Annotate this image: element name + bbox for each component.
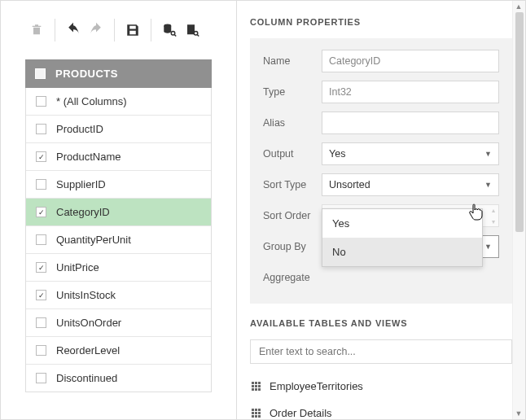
- column-checkbox[interactable]: ✓: [36, 290, 46, 300]
- chevron-down-icon: ▼: [484, 150, 492, 158]
- column-label: ReorderLevel: [56, 344, 120, 357]
- svg-rect-7: [255, 385, 257, 387]
- label-sorttype: Sort Type: [263, 179, 322, 190]
- svg-rect-15: [252, 412, 254, 414]
- svg-rect-3: [252, 382, 254, 384]
- column-item[interactable]: * (All Columns): [26, 88, 211, 116]
- column-label: ProductID: [56, 123, 103, 135]
- column-checkbox[interactable]: [36, 96, 46, 107]
- query-search-icon[interactable]: [181, 17, 204, 43]
- table-label: EmployeeTerritories: [270, 380, 363, 392]
- table-header[interactable]: PRODUCTS: [25, 59, 212, 88]
- save-icon[interactable]: [121, 17, 144, 43]
- label-type: Type: [263, 86, 322, 98]
- column-checkbox[interactable]: [36, 345, 46, 356]
- svg-rect-20: [258, 415, 261, 418]
- label-aggregate: Aggregate: [263, 272, 322, 283]
- separator: [151, 19, 151, 42]
- svg-rect-17: [258, 412, 261, 414]
- section-title-properties: COLUMN PROPERTIES: [250, 17, 512, 27]
- table-label: Order Details: [270, 407, 332, 419]
- output-select[interactable]: Yes ▼: [322, 142, 499, 165]
- scrollbar[interactable]: ▲ ▼: [512, 1, 525, 419]
- svg-rect-6: [252, 385, 254, 387]
- table-item[interactable]: EmployeeTerritories: [250, 375, 512, 402]
- svg-rect-16: [255, 412, 257, 414]
- svg-rect-14: [258, 409, 261, 411]
- column-checkbox[interactable]: [36, 179, 46, 190]
- available-tables: EmployeeTerritoriesOrder DetailsOrders: [250, 339, 512, 420]
- column-checkbox[interactable]: [36, 124, 46, 134]
- column-label: UnitPrice: [56, 261, 99, 273]
- scroll-up-icon[interactable]: ▲: [515, 2, 523, 11]
- column-checkbox[interactable]: ✓: [36, 151, 46, 162]
- separator: [114, 19, 115, 42]
- db-search-icon[interactable]: [158, 17, 181, 43]
- svg-rect-5: [258, 382, 261, 384]
- app-window: PRODUCTS * (All Columns)ProductID✓Produc…: [0, 0, 526, 420]
- column-item[interactable]: ✓CategoryID: [26, 199, 211, 226]
- svg-rect-8: [258, 385, 261, 387]
- column-label: CategoryID: [56, 206, 110, 218]
- column-label: SupplierID: [56, 178, 106, 190]
- column-checkbox[interactable]: [36, 373, 46, 383]
- select-all-checkbox[interactable]: [35, 68, 46, 79]
- chevron-down-icon: ▼: [484, 243, 492, 251]
- scroll-down-icon[interactable]: ▼: [515, 409, 523, 418]
- column-item[interactable]: ✓UnitPrice: [26, 254, 211, 282]
- toolbar: [25, 17, 212, 43]
- svg-rect-4: [255, 382, 257, 384]
- svg-rect-11: [258, 388, 261, 391]
- svg-rect-19: [255, 415, 257, 418]
- separator: [55, 19, 55, 42]
- label-groupby: Group By: [263, 241, 322, 252]
- label-output: Output: [263, 148, 322, 160]
- svg-rect-9: [252, 388, 254, 391]
- column-item[interactable]: ✓UnitsInStock: [26, 282, 211, 309]
- type-field: [322, 81, 499, 103]
- left-panel: PRODUCTS * (All Columns)ProductID✓Produc…: [1, 1, 237, 419]
- sorttype-value: Unsorted: [329, 179, 370, 190]
- groupby-dropdown: YesNo: [322, 208, 483, 267]
- column-label: UnitsInStock: [56, 289, 116, 301]
- column-item[interactable]: ProductID: [26, 116, 211, 143]
- undo-icon[interactable]: [62, 17, 85, 43]
- table-grid-icon: [252, 382, 263, 392]
- column-item[interactable]: ✓ProductName: [26, 143, 211, 171]
- chevron-down-icon: ▼: [484, 181, 492, 189]
- trash-icon[interactable]: [25, 17, 48, 43]
- column-item[interactable]: SupplierID: [26, 171, 211, 199]
- table-name-label: PRODUCTS: [55, 68, 118, 80]
- scrollbar-thumb[interactable]: [515, 12, 524, 232]
- svg-rect-10: [255, 388, 257, 391]
- column-item[interactable]: Discontinued: [26, 365, 211, 392]
- column-item[interactable]: QuantityPerUnit: [26, 226, 211, 254]
- dropdown-option[interactable]: No: [322, 238, 482, 266]
- label-alias: Alias: [263, 117, 322, 129]
- column-list: * (All Columns)ProductID✓ProductNameSupp…: [25, 88, 212, 392]
- alias-field[interactable]: [322, 112, 499, 134]
- column-label: UnitsOnOrder: [56, 317, 121, 329]
- table-grid-icon: [252, 409, 263, 418]
- name-field: [322, 50, 499, 72]
- search-input[interactable]: [250, 339, 512, 364]
- column-label: Discontinued: [56, 372, 117, 384]
- table-item[interactable]: Order Details: [250, 402, 512, 420]
- column-checkbox[interactable]: ✓: [36, 207, 46, 217]
- column-checkbox[interactable]: [36, 234, 46, 245]
- sorttype-select[interactable]: Unsorted ▼: [322, 173, 499, 196]
- column-label: QuantityPerUnit: [56, 234, 131, 246]
- output-value: Yes: [329, 148, 345, 160]
- svg-rect-18: [252, 415, 254, 418]
- svg-rect-12: [252, 409, 254, 411]
- column-item[interactable]: UnitsOnOrder: [26, 309, 211, 337]
- label-name: Name: [263, 55, 322, 67]
- svg-rect-13: [255, 409, 257, 411]
- column-checkbox[interactable]: [36, 317, 46, 328]
- column-label: * (All Columns): [56, 95, 127, 107]
- dropdown-option[interactable]: Yes: [322, 209, 482, 238]
- column-item[interactable]: ReorderLevel: [26, 337, 211, 365]
- column-checkbox[interactable]: ✓: [36, 262, 46, 273]
- redo-icon[interactable]: [85, 17, 107, 43]
- column-label: ProductName: [56, 151, 121, 163]
